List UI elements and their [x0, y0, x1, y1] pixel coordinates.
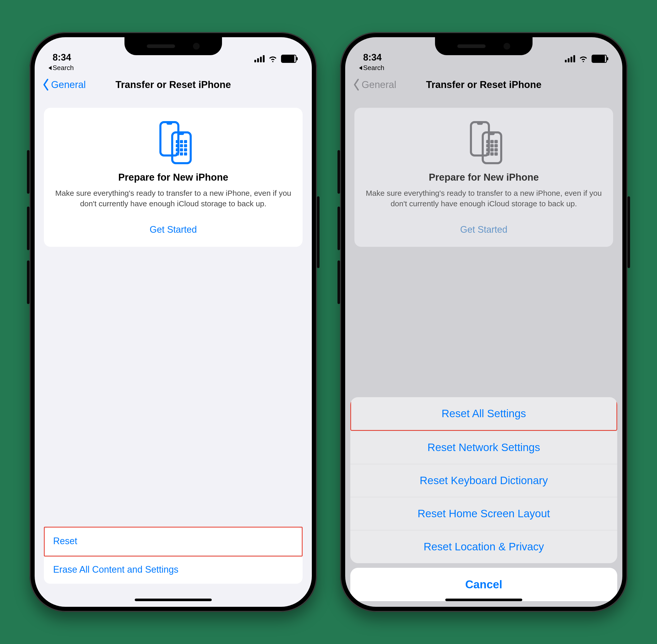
- svg-rect-15: [184, 153, 187, 156]
- svg-rect-27: [491, 148, 494, 152]
- status-time: 8:34: [53, 52, 71, 63]
- cellular-icon: [254, 55, 265, 62]
- sheet-reset-network-settings[interactable]: Reset Network Settings: [350, 431, 617, 464]
- svg-rect-6: [184, 140, 187, 143]
- nav-bar: General Transfer or Reset iPhone: [345, 72, 622, 97]
- svg-rect-13: [176, 153, 179, 156]
- nav-back-button: General: [353, 79, 396, 91]
- card-body: Make sure everything's ready to transfer…: [54, 188, 292, 209]
- svg-rect-31: [495, 153, 498, 156]
- back-app-label: Search: [363, 64, 384, 72]
- notch: [435, 37, 533, 55]
- svg-rect-18: [483, 132, 501, 163]
- iphone-frame-right: 8:34 Search General Transfer or Reset iP…: [340, 32, 628, 612]
- svg-rect-17: [477, 122, 483, 125]
- back-triangle-icon: [359, 66, 362, 70]
- card-body: Make sure everything's ready to transfer…: [365, 188, 603, 209]
- battery-icon: [592, 55, 607, 63]
- svg-rect-9: [184, 144, 187, 147]
- chevron-left-icon: [353, 79, 361, 91]
- svg-rect-11: [180, 148, 183, 152]
- bottom-options: Reset Erase All Content and Settings: [44, 527, 302, 584]
- svg-rect-4: [176, 140, 179, 143]
- action-sheet: Reset All Settings Reset Network Setting…: [350, 397, 617, 601]
- prepare-card: Prepare for New iPhone Make sure everyth…: [355, 108, 613, 247]
- wifi-icon: [579, 55, 588, 62]
- svg-rect-19: [489, 132, 495, 135]
- svg-rect-25: [495, 144, 498, 147]
- svg-rect-22: [495, 140, 498, 143]
- devices-transfer-icon: [463, 121, 504, 164]
- svg-rect-23: [486, 144, 490, 147]
- nav-bar: General Transfer or Reset iPhone: [35, 72, 312, 97]
- card-heading: Prepare for New iPhone: [365, 172, 603, 183]
- home-indicator[interactable]: [445, 599, 522, 601]
- sheet-cancel-button[interactable]: Cancel: [350, 568, 617, 601]
- back-to-app[interactable]: Search: [35, 64, 312, 72]
- nav-back-button[interactable]: General: [42, 79, 86, 91]
- sheet-reset-keyboard-dictionary[interactable]: Reset Keyboard Dictionary: [350, 464, 617, 497]
- svg-rect-21: [491, 140, 494, 143]
- svg-rect-8: [180, 144, 183, 147]
- notch: [124, 37, 222, 55]
- svg-rect-1: [166, 122, 172, 125]
- svg-rect-24: [491, 144, 494, 147]
- get-started-button: Get Started: [365, 219, 603, 236]
- svg-rect-28: [495, 148, 498, 152]
- battery-icon: [281, 55, 296, 63]
- wifi-icon: [268, 55, 277, 62]
- devices-transfer-icon: [153, 121, 194, 164]
- back-triangle-icon: [48, 66, 51, 70]
- svg-rect-12: [184, 148, 187, 152]
- get-started-button[interactable]: Get Started: [54, 219, 292, 236]
- svg-rect-29: [486, 153, 490, 156]
- iphone-frame-left: 8:34 Search General Transfer or Reset iP…: [29, 32, 317, 612]
- prepare-card: Prepare for New iPhone Make sure everyth…: [44, 108, 302, 247]
- sheet-reset-location-privacy[interactable]: Reset Location & Privacy: [350, 530, 617, 563]
- svg-rect-7: [176, 144, 179, 147]
- nav-back-label: General: [362, 79, 396, 90]
- reset-row[interactable]: Reset: [44, 527, 302, 555]
- sheet-reset-all-settings[interactable]: Reset All Settings: [350, 397, 617, 431]
- erase-row[interactable]: Erase All Content and Settings: [44, 555, 302, 584]
- svg-rect-5: [180, 140, 183, 143]
- svg-rect-20: [486, 140, 490, 143]
- svg-rect-10: [176, 148, 179, 152]
- sheet-reset-home-screen-layout[interactable]: Reset Home Screen Layout: [350, 497, 617, 530]
- chevron-left-icon: [42, 79, 50, 91]
- svg-rect-3: [178, 132, 184, 135]
- svg-rect-30: [491, 153, 494, 156]
- home-indicator[interactable]: [135, 599, 212, 601]
- cellular-icon: [565, 55, 575, 62]
- back-to-app: Search: [345, 64, 622, 72]
- svg-rect-26: [486, 148, 490, 152]
- svg-rect-0: [160, 122, 178, 156]
- nav-back-label: General: [51, 79, 86, 90]
- back-app-label: Search: [53, 64, 74, 72]
- svg-rect-2: [172, 132, 191, 163]
- status-time: 8:34: [363, 52, 382, 63]
- svg-rect-14: [180, 153, 183, 156]
- card-heading: Prepare for New iPhone: [54, 172, 292, 183]
